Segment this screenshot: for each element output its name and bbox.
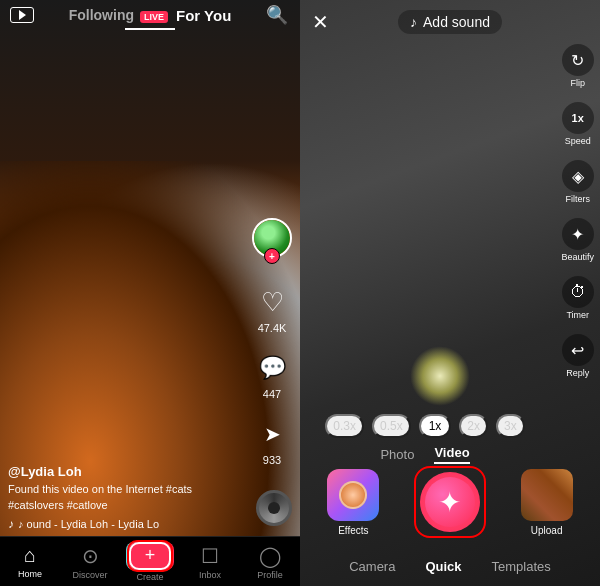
right-sidebar: ↻ Flip 1x Speed ◈ Filters ✦ Beautify ⏱ T… [561,44,594,378]
mode-tabs: Photo Video [300,445,550,464]
tab-inbox[interactable]: ☐ Inbox [180,544,240,580]
camera-glow [410,346,470,406]
camera-tab-camera[interactable]: Camera [349,559,395,574]
like-count: 47.4K [258,322,287,334]
speed-button[interactable]: 1x Speed [562,102,594,146]
share-count: 933 [263,454,281,466]
camera-tab-templates[interactable]: Templates [492,559,551,574]
upload-button[interactable]: Upload [521,469,573,536]
tab-profile[interactable]: ◯ Profile [240,544,300,580]
filters-icon: ◈ [562,160,594,192]
sound-disc [256,490,292,526]
comment-count: 447 [263,388,281,400]
reply-icon: ↩ [562,334,594,366]
beautify-label: Beautify [561,252,594,262]
photo-mode-tab[interactable]: Photo [380,447,414,462]
comment-icon: 💬 [254,350,290,386]
speed-2x[interactable]: 2x [459,414,488,438]
effects-button[interactable]: Effects [327,469,379,536]
reply-label: Reply [566,368,589,378]
top-nav: Following LIVE For You 🔍 [0,0,300,30]
camera-tab-quick[interactable]: Quick [425,559,461,574]
heart-icon: ♡ [254,284,290,320]
live-badge: LIVE [140,11,168,23]
share-button[interactable]: ➤ 933 [254,416,290,466]
video-description: Found this video on the Internet #cats #… [8,482,245,513]
home-label: Home [18,569,42,579]
like-button[interactable]: ♡ 47.4K [254,284,290,334]
effects-avatar [339,481,367,509]
share-icon: ➤ [254,416,290,452]
profile-icon: ◯ [259,544,281,568]
speed-selector: 0.3x 0.5x 1x 2x 3x [300,414,550,438]
speed-05x[interactable]: 0.5x [372,414,411,438]
speed-label: Speed [565,136,591,146]
inbox-icon: ☐ [201,544,219,568]
video-username[interactable]: @Lydia Loh [8,464,245,479]
timer-icon: ⏱ [562,276,594,308]
discover-icon: ⊙ [82,544,99,568]
tab-underline [125,28,175,30]
music-icon: ♪ [410,14,417,30]
timer-label: Timer [566,310,589,320]
speed-3x[interactable]: 3x [496,414,525,438]
effects-thumbnail [327,469,379,521]
home-icon: ⌂ [24,544,36,567]
filters-button[interactable]: ◈ Filters [562,160,594,204]
tab-home[interactable]: ⌂ Home [0,544,60,579]
bottom-tab-bar: ⌂ Home ⊙ Discover + Create ☐ Inbox ◯ Pro… [0,536,300,586]
flip-button[interactable]: ↻ Flip [562,44,594,88]
left-panel: Following LIVE For You 🔍 + ♡ 47.4K 💬 447 [0,0,300,586]
close-button[interactable]: ✕ [312,10,329,34]
reply-button[interactable]: ↩ Reply [562,334,594,378]
beautify-button[interactable]: ✦ Beautify [561,218,594,262]
filters-label: Filters [565,194,590,204]
capture-btn-outer: ✦ [420,472,480,532]
foryou-tab[interactable]: For You [176,7,231,24]
search-icon[interactable]: 🔍 [266,4,288,26]
beautify-icon: ✦ [562,218,594,250]
right-top-bar: ✕ ♪ Add sound [300,0,600,44]
profile-label: Profile [257,570,283,580]
video-info: @Lydia Loh Found this video on the Inter… [8,464,245,531]
create-button[interactable]: + [129,542,171,570]
camera-tabs: Camera Quick Templates [300,559,600,574]
avatar-container[interactable]: + [252,218,292,258]
live-icon-inner [10,7,34,23]
sparkle-icon: ✦ [438,486,461,519]
right-panel: ✕ ♪ Add sound ↻ Flip 1x Speed ◈ Filters … [300,0,600,586]
capture-btn-inner: ✦ [425,477,475,527]
sound-disc-inner [268,502,280,514]
discover-label: Discover [72,570,107,580]
upload-thumb-inner [521,469,573,521]
create-label: Create [136,572,163,582]
following-tab[interactable]: Following [69,7,134,23]
live-icon [8,1,36,29]
speed-03x[interactable]: 0.3x [325,414,364,438]
upload-label: Upload [531,525,563,536]
timer-button[interactable]: ⏱ Timer [562,276,594,320]
upload-thumbnail [521,469,573,521]
bottom-actions: Effects ✦ Upload [300,466,600,538]
speed-1x[interactable]: 1x [419,414,452,438]
effects-thumb-inner [327,469,379,521]
video-music[interactable]: ♪ ♪ ound - Lydia Loh - Lydia Lo [8,517,245,531]
quick-capture-button[interactable]: ✦ [414,466,486,538]
video-mode-tab[interactable]: Video [434,445,469,464]
inbox-label: Inbox [199,570,221,580]
speed-icon: 1x [562,102,594,134]
music-note-icon: ♪ [8,517,14,531]
action-buttons: + ♡ 47.4K 💬 447 ➤ 933 [252,218,292,466]
flip-label: Flip [570,78,585,88]
music-text: ♪ ound - Lydia Loh - Lydia Lo [18,518,159,530]
tab-discover[interactable]: ⊙ Discover [60,544,120,580]
tab-create[interactable]: + Create [120,542,180,582]
add-sound-button[interactable]: ♪ Add sound [398,10,502,34]
effects-label: Effects [338,525,368,536]
follow-plus-badge[interactable]: + [264,248,280,264]
flip-icon: ↻ [562,44,594,76]
add-sound-label: Add sound [423,14,490,30]
comment-button[interactable]: 💬 447 [254,350,290,400]
